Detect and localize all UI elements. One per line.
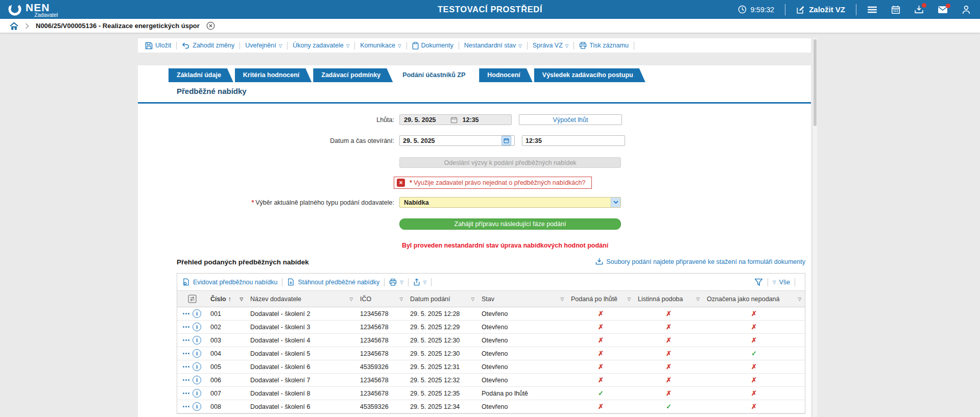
column-settings-icon (188, 295, 197, 303)
header-cislo[interactable]: Číslo ↑ ▽ (207, 291, 247, 307)
calendar-button[interactable] (891, 5, 900, 14)
info-icon[interactable]: i (193, 362, 201, 371)
compute-deadlines-button[interactable]: Výpočet lhůt (519, 114, 622, 125)
opening-date-field[interactable]: 29. 5. 2025 (399, 135, 515, 146)
filter-icon[interactable]: ▽ (696, 297, 700, 302)
date-picker-button[interactable] (501, 136, 511, 145)
vz-management-menu[interactable]: Správa VZ ▽ (533, 42, 569, 49)
filter-all-dropdown[interactable]: ▽ Vše (773, 279, 790, 286)
row-menu-icon[interactable] (183, 313, 189, 314)
header-datum-podani[interactable]: Datum podání ▽ (407, 291, 478, 307)
header-podana-po-lhute[interactable]: Podaná po lhůtě ▽ (567, 291, 634, 307)
row-menu-icon[interactable] (183, 366, 189, 367)
info-icon[interactable]: i (193, 336, 201, 345)
deadline-date-value[interactable]: 29. 5. 2025 (404, 116, 436, 124)
documents-button[interactable]: Dokumenty (412, 42, 453, 50)
main-menu-button[interactable] (867, 6, 877, 14)
row-menu-icon[interactable] (183, 353, 189, 354)
home-icon[interactable] (10, 22, 18, 30)
info-icon[interactable]: i (193, 376, 201, 384)
tab-zakladni-udaje[interactable]: Základní údaje (169, 68, 233, 82)
header-nazev-dodavatele[interactable]: Název dodavatele ▽ (247, 291, 356, 307)
register-preliminary-bid-button[interactable]: Evidovat předběžnou nabídku (182, 278, 277, 286)
filter-icon[interactable]: ▽ (560, 297, 564, 302)
header-listinna-label: Listinná podoba (638, 296, 683, 303)
filter-icon[interactable]: ▽ (471, 297, 474, 302)
select-chevron-button[interactable] (611, 198, 620, 207)
export-table-button[interactable]: ▽ (413, 278, 427, 286)
document-download-icon (287, 278, 295, 286)
row-menu-icon[interactable] (183, 379, 189, 381)
table-row[interactable]: i006Dodavatel - školení 71234567829. 5. … (177, 374, 805, 387)
vertical-scrollbar[interactable] (813, 38, 817, 417)
info-icon[interactable]: i (193, 309, 201, 318)
submission-type-select[interactable]: Nabídka (399, 197, 621, 208)
breadcrumb: N006/25/V00005136 - Realizace energetick… (0, 19, 980, 33)
table-row[interactable]: i007Dodavatel - školení 81234567829. 5. … (177, 387, 805, 400)
create-vz-button[interactable]: Založit VZ (796, 5, 845, 14)
deadline-time-value[interactable]: 12:35 (463, 116, 479, 124)
opening-time-field[interactable]: 12:35 (522, 135, 625, 146)
divider (634, 42, 634, 50)
breadcrumb-title[interactable]: N006/25/V00005136 - Realizace energetick… (36, 22, 200, 30)
submission-files-link[interactable]: Soubory podání najdete připravené ke sta… (595, 258, 805, 265)
filter-funnel-icon[interactable] (754, 278, 763, 286)
filter-icon[interactable]: ▽ (627, 297, 631, 302)
header-listinna-podoba[interactable]: Listinná podoba ▽ (634, 291, 703, 307)
dropdown-icon: ▽ (279, 43, 282, 48)
scrollbar-thumb[interactable] (814, 39, 817, 126)
tab-vysledek-zadavaciho-postupu[interactable]: Výsledek zadávacího postupu (534, 68, 646, 82)
submission-type-label-text: Výběr aktuálně platného typu podání doda… (255, 199, 394, 206)
nen-logo[interactable]: NEN Zadavatel (7, 2, 58, 18)
tab-zadavaci-podminky[interactable]: Zadávací podmínky (313, 68, 393, 82)
contracting-actions-menu[interactable]: Úkony zadavatele ▽ (293, 42, 349, 49)
table-row[interactable]: i005Dodavatel - školení 64535932629. 5. … (177, 360, 805, 374)
filter-icon[interactable]: ▽ (399, 297, 403, 302)
user-profile-button[interactable] (962, 5, 971, 14)
print-record-button[interactable]: Tisk záznamu (579, 42, 629, 49)
header-ico[interactable]: IČO ▽ (356, 291, 407, 307)
row-menu-icon[interactable] (183, 406, 189, 407)
download-preliminary-bids-button[interactable]: Stáhnout předběžné nabídky (287, 278, 379, 286)
cell-podana-po-lhute-x-icon: ✗ (567, 363, 634, 371)
filter-icon[interactable]: ▽ (349, 297, 353, 302)
table-row[interactable]: i003Dodavatel - školení 41234567829. 5. … (177, 334, 805, 347)
discard-changes-button[interactable]: Zahodit změny (182, 42, 234, 49)
messages-button[interactable] (938, 6, 948, 14)
communication-menu[interactable]: Komunikace ▽ (360, 42, 401, 49)
publication-menu[interactable]: Uveřejnění ▽ (245, 42, 282, 49)
cell-cislo: 008 (207, 403, 247, 410)
column-settings-header[interactable] (177, 291, 207, 307)
tab-podani-ucastniku-zp[interactable]: Podání účastníků ZP (394, 68, 477, 82)
messages-notification-badge (946, 4, 950, 8)
filter-icon[interactable]: ▽ (798, 297, 801, 302)
info-icon[interactable]: i (193, 402, 201, 411)
divider (785, 4, 785, 15)
start-next-phase-button[interactable]: Zahájit přípravu následující fáze podání (399, 218, 621, 230)
tab-hodnoceni[interactable]: Hodnocení (479, 68, 533, 82)
table-row[interactable]: i004Dodavatel - školení 51234567829. 5. … (177, 347, 805, 360)
cell-cislo: 007 (207, 390, 247, 397)
table-row[interactable]: i008Dodavatel - školení 64535932629. 5. … (177, 400, 805, 413)
table-row[interactable]: i002Dodavatel - školení 31234567829. 5. … (177, 321, 805, 334)
header-stav[interactable]: Stav ▽ (478, 291, 567, 307)
table-row[interactable]: i001Dodavatel - školení 21234567829. 5. … (177, 307, 805, 321)
row-menu-icon[interactable] (183, 326, 189, 328)
info-icon[interactable]: i (193, 323, 201, 331)
filter-icon[interactable]: ▽ (240, 297, 243, 302)
downloads-button[interactable] (914, 5, 924, 14)
print-table-button[interactable]: ▽ (389, 279, 403, 286)
tab-kriteria-hodnoceni[interactable]: Kritéria hodnocení (235, 68, 312, 82)
info-icon[interactable]: i (193, 389, 201, 398)
nonstandard-state-menu[interactable]: Nestandardní stav ▽ (464, 42, 522, 49)
close-icon[interactable] (206, 21, 215, 30)
cell-ico: 45359326 (356, 403, 407, 410)
header-oznacena-jako-nepodana[interactable]: Označena jako nepodaná ▽ (703, 291, 805, 307)
send-invitation-button[interactable]: Odeslání výzvy k podání předběžných nabí… (399, 157, 621, 168)
submissions-table: Evidovat předběžnou nabídku Stáhnout pře… (177, 273, 805, 414)
row-menu-icon[interactable] (183, 339, 189, 341)
info-icon[interactable]: i (193, 349, 201, 358)
save-button[interactable]: Uložit (145, 42, 171, 50)
row-menu-icon[interactable] (183, 393, 189, 394)
deadline-field-group[interactable]: 29. 5. 2025 12:35 (399, 114, 512, 125)
